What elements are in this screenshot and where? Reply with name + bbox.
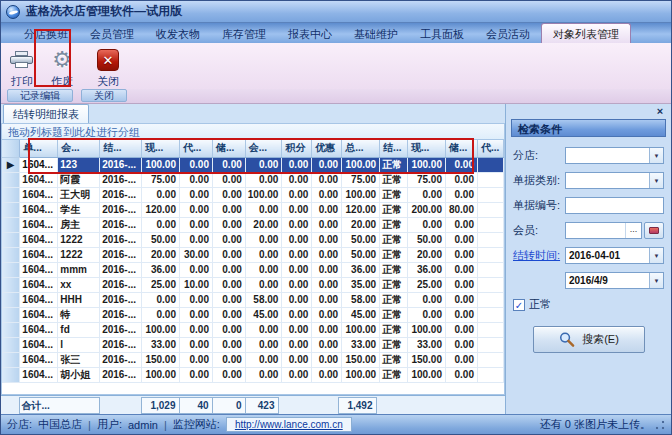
column-header-13[interactable]: 代... bbox=[477, 140, 503, 157]
cell: 0.00 bbox=[142, 187, 180, 202]
table-row[interactable]: 1604...王大明2016-...0.000.000.00100.000.00… bbox=[2, 187, 504, 202]
normal-checkbox[interactable]: ✓ bbox=[513, 299, 525, 311]
cell: 0.00 bbox=[312, 187, 342, 202]
site-url-link[interactable]: http://www.lance.com.cn bbox=[226, 417, 352, 432]
menu-tab-0[interactable]: 分店换班 bbox=[13, 23, 79, 43]
cell: 100.00 bbox=[142, 322, 180, 337]
cell bbox=[477, 352, 503, 367]
cell: 1604... bbox=[20, 292, 58, 307]
menu-tab-3[interactable]: 库存管理 bbox=[211, 23, 277, 43]
column-header-7[interactable]: 积分 bbox=[282, 140, 312, 157]
table-row[interactable]: 1604...HHH2016-...0.000.000.0058.000.000… bbox=[2, 292, 504, 307]
member-lookup-button[interactable]: ... bbox=[625, 223, 641, 238]
column-header-1[interactable]: 会... bbox=[58, 140, 100, 157]
table-row[interactable]: 1604...张三2016-...150.000.000.000.000.000… bbox=[2, 352, 504, 367]
column-header-8[interactable]: 优惠 bbox=[312, 140, 342, 157]
row-indicator[interactable] bbox=[2, 217, 20, 232]
row-indicator[interactable]: ▶ bbox=[2, 157, 20, 172]
row-indicator[interactable] bbox=[2, 322, 20, 337]
menu-tab-7[interactable]: 会员活动 bbox=[475, 23, 541, 43]
search-button[interactable]: 搜索(E) bbox=[533, 326, 645, 353]
chevron-down-icon[interactable]: ▼ bbox=[649, 173, 663, 188]
row-indicator[interactable] bbox=[2, 247, 20, 262]
menu-tab-4[interactable]: 报表中心 bbox=[277, 23, 343, 43]
cell: 45.00 bbox=[245, 307, 282, 322]
chevron-down-icon[interactable]: ▼ bbox=[649, 148, 663, 163]
date-from-select[interactable]: 2016-04-01 ▼ bbox=[565, 247, 664, 264]
table-row[interactable]: 1604...xx2016-...25.0010.000.000.000.000… bbox=[2, 277, 504, 292]
doc-type-select[interactable]: ▼ bbox=[565, 172, 664, 189]
row-indicator[interactable] bbox=[2, 367, 20, 382]
column-header-2[interactable]: 结... bbox=[100, 140, 142, 157]
carryover-time-label[interactable]: 结转时间: bbox=[513, 248, 565, 263]
row-indicator[interactable] bbox=[2, 232, 20, 247]
cell: 0.00 bbox=[312, 202, 342, 217]
report-tab[interactable]: 结转明细报表 bbox=[3, 104, 89, 123]
cell: 0.00 bbox=[408, 292, 446, 307]
column-header-5[interactable]: 储... bbox=[212, 140, 245, 157]
table-row[interactable]: ▶1604...1232016-...100.000.000.000.000.0… bbox=[2, 157, 504, 172]
cell: 张三 bbox=[58, 352, 100, 367]
cell: 0.00 bbox=[282, 352, 312, 367]
panel-close-icon[interactable]: × bbox=[653, 105, 667, 118]
content-area: 结转明细报表 拖动列标题到此处进行分组 单...会...结...现...代...… bbox=[1, 104, 671, 414]
table-row[interactable]: 1604...阿霞2016-...75.000.000.000.000.000.… bbox=[2, 172, 504, 187]
row-indicator[interactable] bbox=[2, 187, 20, 202]
cell bbox=[477, 292, 503, 307]
branch-select[interactable]: ▼ bbox=[565, 147, 664, 164]
cell: 0.00 bbox=[312, 352, 342, 367]
column-header-0[interactable]: 单... bbox=[20, 140, 58, 157]
row-indicator[interactable] bbox=[2, 172, 20, 187]
data-grid[interactable]: 单...会...结...现...代...储...会...积分优惠总...结...… bbox=[2, 140, 504, 383]
menu-tab-2[interactable]: 收发衣物 bbox=[145, 23, 211, 43]
table-row[interactable]: 1604...12222016-...20.0030.000.000.000.0… bbox=[2, 247, 504, 262]
column-header-10[interactable]: 结... bbox=[380, 140, 408, 157]
resize-grip-icon[interactable] bbox=[655, 420, 665, 430]
row-indicator[interactable] bbox=[2, 277, 20, 292]
cell: 50.00 bbox=[342, 247, 380, 262]
table-row[interactable]: 1604...12222016-...50.000.000.000.000.00… bbox=[2, 232, 504, 247]
row-indicator[interactable] bbox=[2, 292, 20, 307]
cell: 100.00 bbox=[342, 157, 380, 172]
table-row[interactable]: 1604...特2016-...0.000.000.0045.000.000.0… bbox=[2, 307, 504, 322]
column-header-4[interactable]: 代... bbox=[180, 140, 213, 157]
row-indicator[interactable] bbox=[2, 262, 20, 277]
doc-no-input[interactable] bbox=[565, 197, 664, 214]
chevron-down-icon[interactable]: ▼ bbox=[649, 273, 663, 288]
void-button[interactable]: ⚙ 作废 bbox=[44, 45, 80, 89]
table-row[interactable]: 1604...mmm2016-...36.000.000.000.000.000… bbox=[2, 262, 504, 277]
row-indicator[interactable] bbox=[2, 307, 20, 322]
cell: 1604... bbox=[20, 187, 58, 202]
chevron-down-icon[interactable]: ▼ bbox=[649, 248, 663, 263]
status-site-label: 监控网站: bbox=[173, 417, 220, 432]
close-button[interactable]: ✕ 关闭 bbox=[90, 45, 126, 89]
print-button[interactable]: 打印 bbox=[4, 45, 40, 89]
table-row[interactable]: 1604...房主2016-...0.000.000.0020.000.000.… bbox=[2, 217, 504, 232]
grid-corner bbox=[2, 140, 20, 157]
member-input[interactable]: ... bbox=[565, 222, 642, 239]
row-indicator[interactable] bbox=[2, 352, 20, 367]
column-header-9[interactable]: 总... bbox=[342, 140, 380, 157]
date-to-select[interactable]: 2016/4/9 ▼ bbox=[565, 272, 664, 289]
column-header-12[interactable]: 储... bbox=[445, 140, 477, 157]
table-row[interactable]: 1604...胡小姐2016-...100.000.000.000.000.00… bbox=[2, 367, 504, 382]
table-row[interactable]: 1604...fd2016-...100.000.000.000.000.000… bbox=[2, 322, 504, 337]
column-header-3[interactable]: 现... bbox=[142, 140, 180, 157]
cell: 50.00 bbox=[342, 232, 380, 247]
menu-tab-6[interactable]: 工具面板 bbox=[409, 23, 475, 43]
cell: 房主 bbox=[58, 217, 100, 232]
cell: 0.00 bbox=[245, 352, 282, 367]
table-row[interactable]: 1604...l2016-...33.000.000.000.000.000.0… bbox=[2, 337, 504, 352]
cell: 0.00 bbox=[245, 277, 282, 292]
column-header-6[interactable]: 会... bbox=[245, 140, 282, 157]
cell: 100.00 bbox=[342, 322, 380, 337]
column-header-11[interactable]: 现... bbox=[408, 140, 446, 157]
row-indicator[interactable] bbox=[2, 202, 20, 217]
menu-tab-1[interactable]: 会员管理 bbox=[79, 23, 145, 43]
member-card-button[interactable] bbox=[644, 222, 664, 239]
row-indicator[interactable] bbox=[2, 337, 20, 352]
menu-tab-5[interactable]: 基础维护 bbox=[343, 23, 409, 43]
menu-tab-8[interactable]: 对象列表管理 bbox=[541, 23, 631, 43]
totals-cell bbox=[474, 398, 500, 414]
table-row[interactable]: 1604...学生2016-...120.000.000.000.000.000… bbox=[2, 202, 504, 217]
